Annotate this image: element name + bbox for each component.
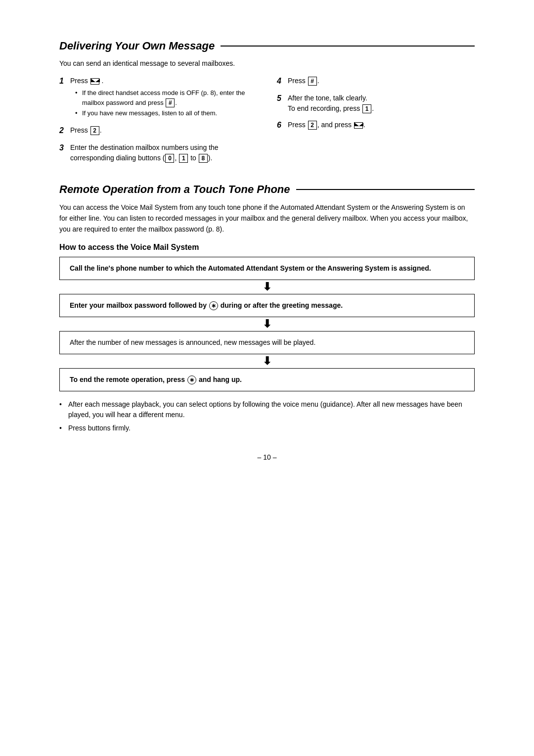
flow-box-4-text: To end the remote operation, press ∗ and… (70, 376, 242, 383)
step-3: 3 Enter the destination mailbox numbers … (59, 142, 257, 163)
delivering-title: Delivering Your Own Message (59, 40, 475, 52)
step-5-text: After the tone, talk clearly.To end reco… (288, 94, 374, 112)
step-1-bullets: If the direct handset access mode is OFF… (70, 88, 257, 118)
flow-box-2: Enter your mailbox password followed by … (59, 294, 475, 317)
step-3-num: 3 (59, 142, 70, 154)
remote-bullet-1: After each message playback, you can sel… (59, 399, 475, 420)
step-4-content: Press #. (288, 76, 475, 86)
star-key-2: ∗ (209, 301, 218, 310)
step-3-text: Enter the destination mailbox numbers us… (70, 143, 219, 162)
delivering-title-text: Delivering Your Own Message (59, 40, 215, 52)
flow-arrow-3: ⬇ (59, 354, 475, 368)
remote-title: Remote Operation from a Touch Tone Phone (59, 183, 475, 196)
arrow-2-icon: ⬇ (263, 318, 271, 331)
delivering-section: Delivering Your Own Message You can send… (59, 40, 475, 169)
remote-subtitle: How to access the Voice Mail System (59, 243, 475, 252)
star-key-4: ∗ (187, 376, 196, 384)
remote-section: Remote Operation from a Touch Tone Phone… (59, 183, 475, 433)
step-5-num: 5 (277, 93, 288, 104)
step-4: 4 Press #. (277, 76, 475, 87)
flow-box-3-text: After the number of new messages is anno… (70, 338, 315, 346)
step-1-num: 1 (59, 75, 70, 87)
step-1-content: Press . If the direct handset access mod… (70, 76, 257, 119)
step-6: 6 Press 2, and press . (277, 120, 475, 131)
title-line (221, 46, 475, 47)
remote-bullet-2: Press buttons firmly. (59, 423, 475, 433)
flow-chart: Call the line's phone number to which th… (59, 257, 475, 391)
key-2: 2 (90, 126, 99, 135)
mail-icon-1 (90, 78, 99, 85)
remote-title-line (296, 189, 475, 190)
step-6-num: 6 (277, 119, 288, 131)
step-1-dot: . (102, 77, 104, 85)
step-4-text: Press #. (288, 77, 319, 85)
key-8: 8 (199, 154, 208, 163)
page-number: – 10 – (59, 453, 475, 461)
flow-box-2-text: Enter your mailbox password followed by … (70, 301, 343, 309)
flow-box-4: To end the remote operation, press ∗ and… (59, 368, 475, 391)
mail-icon-6 (354, 122, 363, 129)
step-1: 1 Press . If the direct handset access m… (59, 76, 257, 119)
step-4-num: 4 (277, 75, 288, 87)
flow-box-1-text: Call the line's phone number to which th… (70, 264, 431, 272)
step-1-bullet-1: If the direct handset access mode is OFF… (75, 88, 257, 107)
hash-key-1: # (166, 98, 175, 107)
step-2: 2 Press 2. (59, 125, 257, 137)
step-5: 5 After the tone, talk clearly.To end re… (277, 93, 475, 114)
delivering-intro: You can send an identical message to sev… (59, 58, 475, 69)
step-1-bullet-2: If you have new messages, listen to all … (75, 108, 257, 118)
key-1-5: 1 (362, 104, 371, 113)
remote-bullets: After each message playback, you can sel… (59, 399, 475, 433)
key-2-6: 2 (308, 121, 317, 130)
flow-box-1: Call the line's phone number to which th… (59, 257, 475, 280)
remote-title-text: Remote Operation from a Touch Tone Phone (59, 183, 290, 196)
arrow-1-icon: ⬇ (263, 281, 271, 293)
flow-arrow-2: ⬇ (59, 317, 475, 331)
step-1-text: Press (70, 77, 90, 85)
step-2-content: Press 2. (70, 125, 257, 136)
remote-intro: You can access the Voice Mail System fro… (59, 202, 475, 235)
steps-left: 1 Press . If the direct handset access m… (59, 76, 257, 169)
step-6-text: Press 2, and press . (288, 121, 365, 129)
key-1: 1 (179, 154, 188, 163)
step-5-content: After the tone, talk clearly.To end reco… (288, 93, 475, 114)
steps-container: 1 Press . If the direct handset access m… (59, 76, 475, 169)
step-2-num: 2 (59, 125, 70, 137)
step-6-content: Press 2, and press . (288, 120, 475, 130)
step-2-text: Press 2. (70, 126, 102, 134)
key-hash-4: # (308, 77, 317, 86)
key-0: 0 (165, 154, 174, 163)
flow-arrow-1: ⬇ (59, 280, 475, 294)
step-3-content: Enter the destination mailbox numbers us… (70, 142, 257, 163)
flow-box-3: After the number of new messages is anno… (59, 331, 475, 354)
steps-right: 4 Press #. 5 After the tone, talk clearl… (277, 76, 475, 169)
arrow-3-icon: ⬇ (263, 355, 271, 368)
